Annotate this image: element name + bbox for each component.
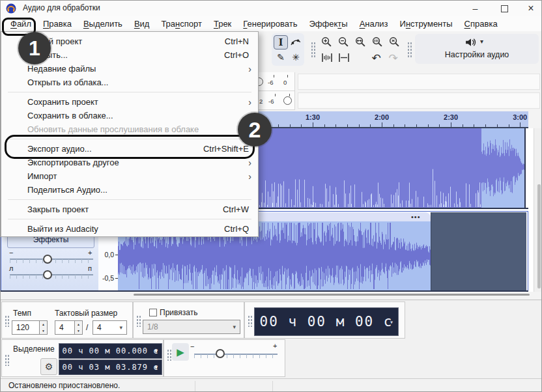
menubar-item-effects[interactable]: Эффекты: [304, 16, 354, 31]
submenu-arrow-icon: ›: [248, 97, 251, 107]
submenu-arrow-icon: ›: [248, 158, 251, 168]
minimize-button[interactable]: –: [461, 1, 490, 16]
zoom-out-button[interactable]: [335, 34, 352, 49]
spin-down-icon[interactable]: ▼: [40, 328, 47, 334]
dropdown-icon: ▼: [154, 365, 158, 371]
toolbar-grip[interactable]: [136, 315, 141, 327]
menubar-item-tracks[interactable]: Трек: [208, 16, 237, 31]
toolbar-grip[interactable]: [5, 315, 9, 327]
menubar-item-tools[interactable]: Инструменты: [394, 16, 459, 31]
menu-item-share-audio[interactable]: Поделиться Аудио...: [1, 183, 258, 197]
silence-audio-button[interactable]: [335, 50, 352, 65]
tool-draw-button[interactable]: ✎: [274, 50, 288, 64]
timesig-upper-input[interactable]: 4: [55, 320, 75, 335]
selection-start-field[interactable]: 00 ч 00 м 00.000 с ▼: [59, 343, 162, 359]
audacity-window: Аудио для обработки – × ФайлПравкаВыдели…: [0, 0, 542, 392]
audio-setup-label: Настройки аудио: [415, 50, 539, 59]
status-text: Остановлено приостановлено.: [8, 381, 120, 390]
gear-icon: ⚙: [45, 361, 53, 372]
spin-down-icon[interactable]: ▼: [75, 328, 82, 334]
menu-item-label: Импорт: [27, 171, 57, 181]
undo-button[interactable]: ↶: [368, 50, 384, 65]
track2-selection-dark-region[interactable]: [431, 212, 526, 290]
menu-item-save-to-cloud[interactable]: Сохранить в облаке...: [1, 109, 258, 122]
menu-item-close-project[interactable]: Закрыть проектCtrl+W: [1, 203, 258, 216]
menu-item-label: Закрыть проект: [27, 204, 89, 214]
timesig-spinner[interactable]: ▲▼: [74, 320, 83, 335]
ruler-tick: [451, 122, 451, 127]
zoom-toggle-button[interactable]: [386, 34, 403, 49]
vertical-scrollbar-thumb[interactable]: [537, 184, 541, 288]
toolbar-grip[interactable]: [167, 349, 171, 361]
slider-thumb[interactable]: [283, 96, 292, 105]
ruler-value-zero: 0,0: [104, 251, 114, 259]
menu-item-recent-files[interactable]: Недавние файлы›: [1, 62, 258, 76]
dropdown-icon: ▼: [154, 348, 158, 354]
scale-label: 2: [259, 98, 263, 105]
tool-envelope-button[interactable]: [289, 35, 303, 49]
snap-checkbox[interactable]: [149, 309, 157, 316]
playback-level-slider[interactable]: -6 0: [259, 72, 295, 91]
menubar-item-edit[interactable]: Правка: [37, 16, 78, 31]
toolbar-grip[interactable]: [248, 315, 252, 327]
toolbar-grip[interactable]: [5, 354, 9, 366]
tool-multi-button[interactable]: ✳: [289, 50, 303, 64]
edit-toolbar: ↶ ↷: [319, 34, 405, 65]
caret-down-icon: ▾: [119, 324, 122, 331]
play-at-speed-button[interactable]: ▶: [172, 343, 189, 361]
zoom-fit-selection-button[interactable]: [352, 34, 369, 49]
toolbar-grip[interactable]: [311, 42, 315, 57]
menu-item-label: Недавние файлы: [27, 64, 96, 74]
speed-slider-thumb[interactable]: [216, 349, 225, 358]
menu-item-open-from-cloud[interactable]: Открыть из облака...: [1, 76, 258, 89]
spin-up-icon[interactable]: ▲: [40, 321, 47, 328]
menubar-item-view[interactable]: Вид: [128, 16, 156, 31]
menubar-item-help[interactable]: Справка: [459, 16, 504, 31]
menubar-item-analyze[interactable]: Анализ: [354, 16, 394, 31]
toolbar-grip[interactable]: [407, 42, 412, 57]
timesig-lower-select[interactable]: 4▾: [93, 320, 127, 335]
vertical-scrollbar[interactable]: [534, 128, 542, 292]
clip-menu-button[interactable]: •••: [411, 213, 421, 221]
spin-up-icon[interactable]: ▲: [75, 321, 82, 328]
zoom-fit-project-button[interactable]: [369, 34, 386, 49]
tempo-spinner[interactable]: ▲▼: [39, 320, 48, 335]
redo-button[interactable]: ↷: [385, 50, 401, 65]
redo-icon: ↷: [388, 51, 397, 64]
window-title: Аудио для обработки: [23, 3, 100, 12]
menu-item-exit[interactable]: Выйти из AudacityCtrl+Q: [1, 222, 258, 236]
pan-slider-thumb[interactable]: [43, 270, 52, 279]
selection-settings-button[interactable]: ⚙: [40, 358, 57, 375]
speaker-icon: [465, 37, 477, 48]
horizontal-scrollbar-thumb[interactable]: [134, 294, 530, 296]
menu-item-save-project[interactable]: Сохранить проект›: [1, 95, 258, 109]
recording-level-slider[interactable]: 2 -6: [259, 91, 295, 110]
audio-setup-button[interactable]: ▾ Настройки аудио: [415, 34, 539, 64]
tempo-input[interactable]: 120: [12, 320, 40, 335]
callout-export-audio: [5, 135, 255, 159]
ruler-tick: [520, 122, 521, 127]
menu-item-import[interactable]: Импорт›: [1, 169, 258, 183]
tick: [274, 75, 274, 77]
menubar-item-generate[interactable]: Генерировать: [237, 16, 303, 31]
trim-audio-button[interactable]: [319, 50, 335, 65]
step-badge-1: 1: [18, 32, 51, 64]
selection-label: Выделение: [13, 344, 55, 354]
menubar-item-transport[interactable]: Транспорт: [155, 16, 208, 31]
tool-selection-button[interactable]: I: [274, 35, 288, 49]
caret-down-icon: ▾: [390, 318, 395, 326]
menu-item-update-cloud-audio[interactable]: Обновить данные прослушивания в облаке: [1, 122, 258, 136]
volume-slider-thumb[interactable]: [43, 255, 52, 264]
maximize-button[interactable]: [490, 1, 519, 16]
submenu-arrow-icon: ›: [248, 64, 251, 74]
close-button[interactable]: ×: [519, 1, 542, 16]
speed-slider-ticks: [194, 354, 278, 358]
track1-waveform-clip[interactable]: [259, 128, 481, 208]
track1-waveform-tail[interactable]: [481, 128, 524, 208]
snap-select[interactable]: 1/8▾: [143, 320, 240, 334]
zoom-in-button[interactable]: [319, 34, 335, 49]
time-display[interactable]: 00 ч 00 м 00 с ▾: [254, 307, 399, 336]
selection-end-field[interactable]: 00 ч 03 м 03.879 с ▼: [59, 359, 162, 375]
undo-icon: ↶: [371, 51, 380, 64]
menubar-item-select[interactable]: Выделить: [78, 16, 128, 31]
